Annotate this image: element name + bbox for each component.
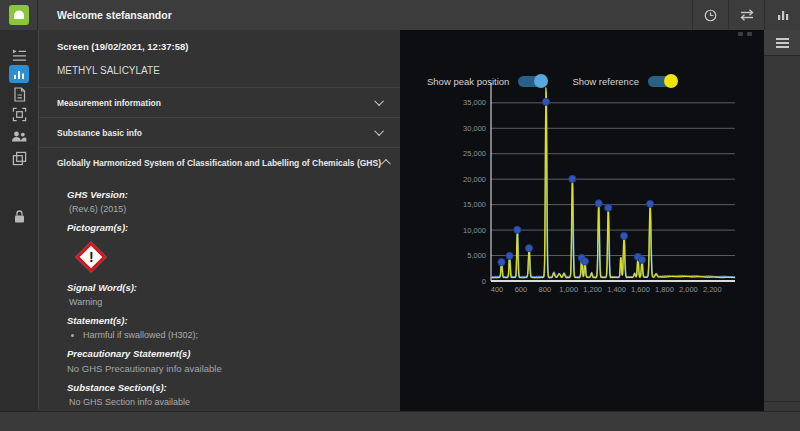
substance-name: METHYL SALICYLATE [57,65,382,87]
top-bar: Welcome stefansandor [0,0,800,30]
queue-list-icon[interactable] [11,47,27,63]
app-logo-cell[interactable] [0,0,38,30]
ghs-statements-label: Statement(s): [67,315,382,326]
chevron-up-icon [381,159,391,169]
ghs-sections-value: No GHS Section info available [69,397,382,407]
screen-results-icon[interactable] [9,65,29,83]
divider [764,401,800,402]
lock-icon[interactable] [11,208,27,224]
section-measurement-information[interactable]: Measurement information [39,87,400,117]
ghs-version-label: GHS Version: [67,189,382,200]
chevron-down-icon [374,126,384,136]
ghs-sections-label: Substance Section(s): [67,382,382,393]
spectrum-panel: 05,00010,00015,00020,00025,00030,00035,0… [400,30,764,411]
show-reference-toggle[interactable] [648,76,676,87]
ghs-precautionary-value: No GHS Precautionary info available [67,363,382,374]
svg-text:800: 800 [539,285,552,294]
svg-text:1,800: 1,800 [655,285,674,294]
ghs-precautionary-label: Precautionary Statement(s) [67,348,382,359]
show-reference-label: Show reference [572,76,639,87]
bottom-status-bar [0,411,800,431]
ghs-pictograms-label: Pictogram(s): [67,222,382,233]
topbar-buttons [692,0,800,30]
svg-text:25,000: 25,000 [463,149,486,158]
ghs-statement-list: Harmful if swallowed (H302); [67,330,382,340]
svg-text:2,200: 2,200 [703,285,722,294]
section-substance-basic-info[interactable]: Substance basic info [39,117,400,147]
screen-header: Screen (19/02/2021, 12:37:58) [57,41,382,52]
svg-text:0: 0 [482,277,486,286]
svg-text:400: 400 [491,285,504,294]
svg-text:35,000: 35,000 [463,98,486,107]
raman-spectrum-chart[interactable]: 05,00010,00015,00020,00025,00030,00035,0… [400,30,764,411]
ghs-signal-value: Warning [69,297,382,307]
users-icon[interactable] [11,128,27,144]
icon-sidebar [0,30,38,431]
result-detail-panel: Screen (19/02/2021, 12:37:58) METHYL SAL… [38,30,400,409]
chart-icon[interactable] [764,0,800,30]
svg-text:30,000: 30,000 [463,124,486,133]
ghs-signal-label: Signal Word(s): [67,282,382,293]
ghs-statement-item: Harmful if swallowed (H302); [83,330,382,340]
ghs-details: GHS Version: (Rev.6) (2015) Pictogram(s)… [39,177,400,407]
show-reference-group: Show reference [572,76,676,87]
svg-text:1,200: 1,200 [583,285,602,294]
svg-text:1,600: 1,600 [631,285,650,294]
history-icon[interactable] [692,0,728,30]
svg-text:20,000: 20,000 [463,175,486,184]
compare-icon[interactable] [728,0,764,30]
show-peak-position-group: Show peak position [427,76,546,87]
app-logo-icon [9,5,29,25]
right-toolbar [764,30,800,411]
svg-text:15,000: 15,000 [463,200,486,209]
chevron-down-icon [374,96,384,106]
svg-text:1,400: 1,400 [607,285,626,294]
library-icon[interactable] [11,150,27,166]
svg-text:10,000: 10,000 [463,226,486,235]
hamburger-menu-icon[interactable] [764,30,800,56]
welcome-title: Welcome stefansandor [57,0,172,30]
svg-text:2,000: 2,000 [679,285,698,294]
ghs-exclamation-pictogram-icon: ! [74,240,108,274]
section-ghs[interactable]: Globally Harmonized System of Classifica… [39,147,400,177]
svg-text:600: 600 [515,285,528,294]
scan-icon[interactable] [11,106,27,122]
chart-toggles: Show peak position Show reference [427,76,676,87]
svg-text:1,000: 1,000 [559,285,578,294]
svg-text:5,000: 5,000 [467,251,486,260]
show-peak-position-label: Show peak position [427,76,509,87]
document-icon[interactable] [11,86,27,102]
ghs-version-value: (Rev.6) (2015) [69,204,382,214]
show-peak-position-toggle[interactable] [518,76,546,87]
